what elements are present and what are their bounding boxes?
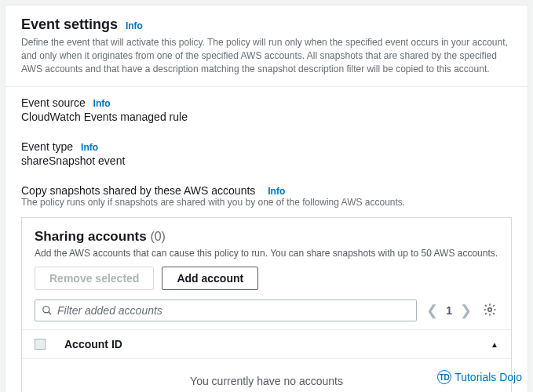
watermark: TD Tutorials Dojo <box>437 370 522 384</box>
event-settings-panel: Event settings Info Define the event tha… <box>5 5 528 392</box>
sharing-accounts-panel: Sharing accounts (0) Add the AWS account… <box>21 217 512 392</box>
event-type-label-row: Event type Info <box>5 131 528 153</box>
event-source-label-row: Event source Info <box>5 87 528 109</box>
remove-selected-button[interactable]: Remove selected <box>35 267 154 290</box>
settings-button[interactable] <box>481 301 498 321</box>
sharing-header: Sharing accounts (0) <box>22 218 511 245</box>
panel-header: Event settings Info <box>5 5 528 33</box>
copy-snapshots-label: Copy snapshots shared by these AWS accou… <box>21 184 255 197</box>
select-all-checkbox[interactable] <box>35 339 46 350</box>
copy-snapshots-info-link[interactable]: Info <box>268 186 285 197</box>
next-page-button[interactable]: ❯ <box>458 302 473 319</box>
sharing-title: Sharing accounts <box>35 229 147 244</box>
sort-indicator-icon[interactable]: ▲ <box>491 340 498 349</box>
table-header: Account ID ▲ <box>22 329 511 359</box>
event-type-label: Event type <box>21 140 73 153</box>
search-row: ❮ 1 ❯ <box>22 299 511 329</box>
copy-snapshots-label-row: Copy snapshots shared by these AWS accou… <box>5 175 528 197</box>
add-account-button[interactable]: Add account <box>162 267 258 290</box>
panel-title: Event settings <box>21 16 118 32</box>
event-source-value: CloudWatch Events managed rule <box>5 109 528 131</box>
sharing-count: (0) <box>150 230 166 243</box>
page-number: 1 <box>446 304 452 317</box>
svg-point-0 <box>43 307 49 313</box>
panel-description: Define the event that will activate this… <box>5 33 528 86</box>
watermark-text: Tutorials Dojo <box>455 371 522 383</box>
event-source-info-link[interactable]: Info <box>93 98 111 109</box>
pagination: ❮ 1 ❯ <box>425 302 473 319</box>
prev-page-button[interactable]: ❮ <box>425 302 440 319</box>
search-box[interactable] <box>35 299 417 321</box>
event-type-info-link[interactable]: Info <box>81 142 98 153</box>
search-icon <box>42 305 53 316</box>
copy-snapshots-description: The policy runs only if snapshots are sh… <box>5 197 528 217</box>
event-type-value: shareSnapshot event <box>5 153 528 175</box>
sharing-description: Add the AWS accounts that can cause this… <box>22 245 511 267</box>
column-account-id[interactable]: Account ID <box>64 338 491 350</box>
event-source-label: Event source <box>21 96 86 109</box>
button-row: Remove selected Add account <box>22 267 511 299</box>
header-info-link[interactable]: Info <box>126 20 143 31</box>
search-input[interactable] <box>57 304 410 317</box>
svg-point-2 <box>488 308 492 312</box>
svg-line-1 <box>49 312 52 315</box>
watermark-badge: TD <box>437 370 451 384</box>
gear-icon <box>483 303 497 317</box>
